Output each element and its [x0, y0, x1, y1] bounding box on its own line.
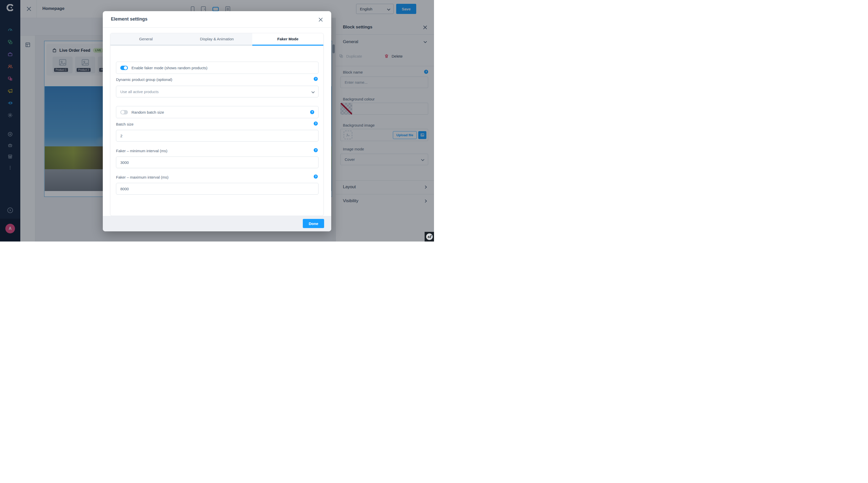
product-group-value: Use all active products: [120, 90, 159, 94]
toggle-knob: [124, 66, 127, 69]
modal-close-button[interactable]: [318, 18, 323, 22]
tab-faker-mode[interactable]: Faker Mode: [252, 33, 323, 46]
product-group-label: Dynamic product group (optional): [116, 77, 172, 82]
modal-title: Element settings: [111, 17, 148, 22]
element-settings-modal: Element settings General Display & Anima…: [103, 11, 331, 231]
min-interval-label: Faker – minimum interval (ms): [116, 149, 167, 153]
batch-size-input[interactable]: [116, 130, 318, 141]
symfony-profiler-button[interactable]: sf: [425, 232, 434, 242]
help-icon[interactable]: ?: [314, 77, 318, 81]
divider: [103, 27, 331, 28]
chevron-down-icon: [311, 90, 315, 93]
close-icon: [318, 18, 323, 22]
enable-faker-row: Enable faker mode (shows random products…: [116, 62, 318, 74]
max-interval-label: Faker – maximum interval (ms): [116, 175, 168, 179]
enable-faker-label: Enable faker mode (shows random products…: [131, 66, 207, 70]
toggle-knob: [121, 110, 124, 114]
modal-tab-card: General Display & Animation Faker Mode E…: [110, 33, 323, 216]
done-button[interactable]: Done: [303, 219, 324, 228]
max-interval-input[interactable]: [116, 183, 318, 195]
help-icon[interactable]: ?: [314, 174, 318, 179]
help-icon[interactable]: ?: [310, 110, 314, 114]
modal-footer: Done: [103, 216, 331, 231]
tab-display-animation[interactable]: Display & Animation: [182, 33, 252, 46]
modal-tabs: General Display & Animation Faker Mode: [111, 33, 323, 46]
batch-size-label: Batch size: [116, 122, 133, 126]
random-batch-row: Random batch size ?: [116, 106, 318, 118]
symfony-icon: sf: [426, 233, 433, 240]
help-icon[interactable]: ?: [314, 122, 318, 126]
min-interval-input[interactable]: [116, 157, 318, 168]
enable-faker-toggle[interactable]: [120, 66, 128, 70]
app-window: A Homepage English Save: [0, 0, 434, 242]
product-group-select[interactable]: Use all active products: [116, 86, 318, 97]
random-batch-label: Random batch size: [131, 110, 164, 115]
help-icon[interactable]: ?: [314, 148, 318, 152]
tab-general[interactable]: General: [111, 33, 182, 46]
random-batch-toggle[interactable]: [120, 110, 128, 115]
